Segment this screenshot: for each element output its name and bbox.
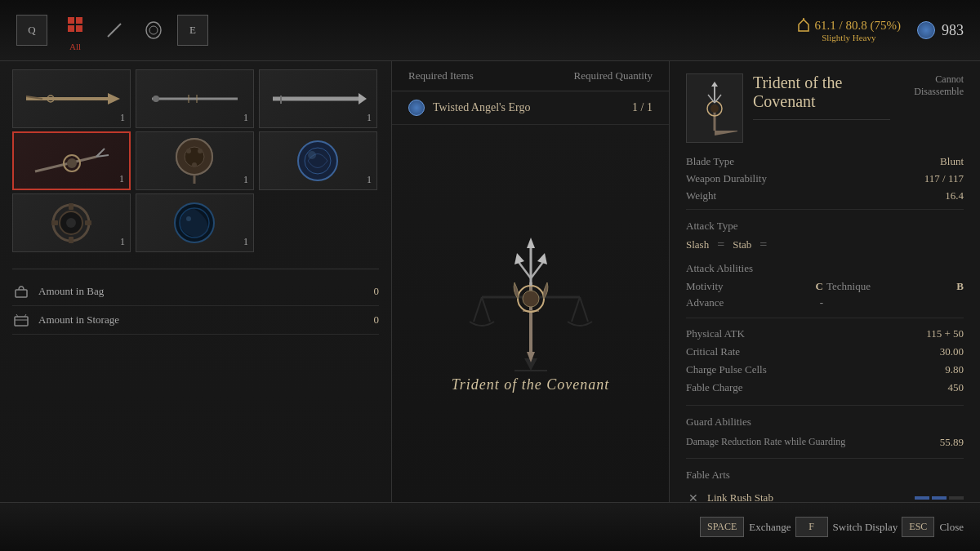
- svg-marker-8: [799, 20, 808, 31]
- all-category[interactable]: All: [60, 9, 91, 51]
- charge-pulse-line: Charge Pulse Cells 9.80: [686, 361, 964, 379]
- item-slot-1[interactable]: 1: [12, 69, 131, 128]
- svg-line-70: [531, 262, 543, 278]
- attack-type-row: Slash = Stab =: [686, 238, 964, 252]
- physical-atk-line: Physical ATK 115 + 50: [686, 325, 964, 343]
- weight-status: Slightly Heavy: [797, 33, 901, 42]
- left-panel: 1 1: [0, 61, 392, 502]
- slash-type: Slash: [686, 238, 709, 251]
- close-action[interactable]: ESC Close: [902, 517, 964, 537]
- link-rush-name: Link Rush Stab: [707, 491, 908, 502]
- bag-value: 0: [374, 285, 380, 298]
- durability-value: 117 / 117: [924, 172, 964, 185]
- trident-large: [478, 233, 584, 364]
- svg-point-6: [146, 22, 161, 38]
- attack-type-header: Attack Type: [686, 220, 964, 233]
- item-slot-3[interactable]: 1: [259, 69, 377, 128]
- item-image-5: [145, 145, 245, 177]
- guard-abilities-header: Guard Abilities: [686, 415, 964, 429]
- item-count-1: 1: [120, 112, 125, 124]
- item-slot-4[interactable]: 1: [12, 131, 131, 190]
- top-right: 61.1 / 80.8 (75%) Slightly Heavy 983: [797, 18, 964, 42]
- item-slot-7[interactable]: 1: [12, 193, 131, 252]
- svg-marker-19: [359, 93, 367, 104]
- fable-art-1: ✕ Link Rush Stab: [686, 487, 964, 502]
- item-slot-5[interactable]: 1: [136, 131, 254, 190]
- svg-point-23: [67, 158, 77, 168]
- attack-abilities-header: Attack Abilities: [686, 262, 964, 275]
- item-image-2: [145, 83, 245, 115]
- technique-ability: Technique B: [826, 280, 964, 293]
- link-rush-icon: ✕: [686, 491, 701, 502]
- item-slot-2[interactable]: 1: [136, 69, 254, 128]
- item-preview: Trident of the Covenant: [392, 125, 669, 502]
- eq-sign-1: =: [717, 238, 724, 252]
- item-name-display: Trident of the Covenant: [452, 376, 610, 393]
- stab-type: Stab: [733, 238, 751, 251]
- fable-arts-header: Fable Arts: [686, 469, 964, 482]
- right-panel: Trident of the Covenant Cannot Disassemb…: [670, 61, 980, 502]
- svg-point-32: [192, 162, 197, 167]
- f-key: F: [795, 517, 828, 537]
- svg-point-31: [198, 149, 203, 153]
- bottom-bar: SPACE Exchange F Switch Display ESC Clos…: [0, 502, 980, 551]
- svg-rect-3: [76, 25, 82, 32]
- abilities-grid: Motivity C Technique B Advance -: [686, 280, 964, 309]
- item-count-7: 1: [120, 236, 125, 248]
- item-title-section: Trident of the Covenant: [753, 73, 890, 143]
- exchange-action[interactable]: SPACE Exchange: [700, 517, 791, 537]
- currency-value: 983: [942, 22, 964, 39]
- fable-charge-line: Fable Charge 450: [686, 379, 964, 397]
- svg-rect-43: [85, 220, 91, 225]
- svg-line-68: [519, 262, 531, 278]
- svg-rect-48: [15, 317, 28, 326]
- bag-stat-row: Amount in Bag 0: [12, 278, 379, 306]
- item-count-5: 1: [243, 174, 248, 186]
- e-button[interactable]: E: [177, 15, 208, 46]
- durability-row: Weapon Durability 117 / 117: [686, 172, 964, 185]
- required-qty-header: Required Quantity: [574, 69, 653, 82]
- svg-point-7: [149, 26, 158, 34]
- blade-type-label: Blade Type: [686, 155, 734, 168]
- item-image-8: [145, 207, 245, 239]
- cannot-disassemble: Cannot Disassemble: [890, 73, 964, 98]
- main-content: 1 1: [0, 61, 980, 502]
- svg-point-15: [153, 96, 159, 102]
- game-screen: Q All: [0, 0, 980, 551]
- close-label: Close: [939, 521, 964, 534]
- weight-info: 61.1 / 80.8 (75%) Slightly Heavy: [797, 18, 901, 42]
- storage-stat-row: Amount in Storage 0: [12, 306, 379, 335]
- q-button[interactable]: Q: [16, 15, 47, 46]
- svg-rect-1: [76, 17, 82, 24]
- exchange-label: Exchange: [749, 521, 791, 534]
- bottom-stats: Amount in Bag 0 Amount in Storage 0: [12, 269, 379, 335]
- grid-icon: [60, 9, 91, 40]
- sword-nav-icon[interactable]: [99, 15, 130, 46]
- item-image-1: [22, 83, 122, 115]
- switch-display-action[interactable]: F Switch Display: [795, 517, 898, 537]
- weight-icon: [797, 18, 810, 33]
- svg-rect-0: [68, 17, 74, 24]
- item-image-3: [269, 83, 368, 115]
- nav-icons: Q All: [16, 9, 208, 51]
- link-rush-bar: [915, 496, 964, 500]
- advance-ability: Advance -: [686, 296, 823, 309]
- item-count-6: 1: [367, 174, 372, 186]
- shield-nav-icon[interactable]: [138, 15, 169, 46]
- required-items-header: Required Items: [408, 69, 474, 82]
- switch-display-label: Switch Display: [833, 521, 898, 534]
- svg-marker-80: [715, 131, 737, 136]
- weight-detail-label: Weight: [686, 189, 716, 202]
- svg-marker-72: [527, 352, 535, 362]
- svg-point-75: [710, 104, 719, 113]
- item-count-3: 1: [367, 112, 372, 124]
- svg-marker-12: [108, 93, 120, 104]
- item-slot-6[interactable]: 1: [259, 131, 377, 190]
- storage-icon: [12, 311, 30, 329]
- required-header: Required Items Required Quantity: [392, 61, 669, 91]
- item-slot-8[interactable]: 1: [136, 193, 254, 252]
- item-title: Trident of the Covenant: [753, 73, 890, 120]
- item-details: Blade Type Blunt Weapon Durability 117 /…: [686, 155, 964, 202]
- storage-value: 0: [374, 313, 380, 327]
- item-count-2: 1: [243, 112, 248, 124]
